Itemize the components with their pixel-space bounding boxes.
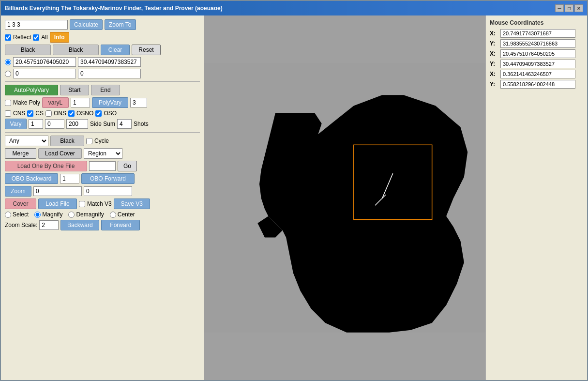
go-button[interactable]: Go [118,161,137,171]
load-one-by-one-button[interactable]: Load One By One File [5,161,87,171]
title-bar: Billiards Everything The Tokarsky-Marino… [1,1,587,15]
forward-button[interactable]: Forward [101,220,140,230]
load-one-row: Load One By One File Go [5,161,200,171]
magnify-radio-item: Magnify [34,211,62,218]
coord-radio2[interactable] [5,71,11,77]
demagnify-radio-item: Demagnify [68,211,104,218]
cs-label: CS [35,110,44,117]
coord-y2-input[interactable] [78,69,141,78]
y2-axis-label: Y: [490,61,498,67]
reflect-checkbox[interactable] [5,34,11,41]
reset-button[interactable]: Reset [132,45,161,55]
make-poly-checkbox[interactable] [5,100,11,106]
load-cover-button[interactable]: Load Cover [38,148,82,159]
window-body: Calculate Zoom To Reflect All Info Black… [1,15,587,380]
coord-x1-input[interactable] [13,57,76,67]
center-radio[interactable] [110,212,116,218]
zoom-button[interactable]: Zoom [5,186,31,197]
all-checkbox[interactable] [33,34,39,41]
main-input[interactable] [5,20,68,30]
mouse-y3-input[interactable] [500,80,575,89]
vary-l-button[interactable]: varyL [42,97,69,108]
zoom-val2-input[interactable] [84,186,132,196]
checkbox-row: CNS CS ONS OSNO OSO [5,110,200,117]
make-poly-row: Make Poly varyL PolyVary [5,97,200,108]
coord-radio1[interactable] [5,59,11,65]
mouse-y1-input[interactable] [500,39,575,48]
black1-button[interactable]: Black [5,45,51,55]
cns-label: CNS [13,110,25,117]
save-v3-button[interactable]: Save V3 [114,198,150,209]
vary-val1-input[interactable] [29,119,43,129]
billiard-canvas-svg [204,15,485,380]
center-radio-item: Center [110,211,135,218]
main-window: Billiards Everything The Tokarsky-Marino… [0,0,588,381]
all-label: All [41,34,47,41]
mouse-x1-row: X: [490,29,583,38]
close-button[interactable]: ✕ [574,4,583,12]
obo-n-input[interactable] [60,174,79,183]
poly-vary-input[interactable] [71,98,90,107]
end-button[interactable]: End [91,85,120,95]
minimize-button[interactable]: ─ [555,4,564,12]
left-panel: Calculate Zoom To Reflect All Info Black… [1,15,204,380]
mouse-x3-input[interactable] [500,70,575,78]
zoom-scale-input[interactable] [39,220,59,230]
cover-button[interactable]: Cover [5,198,36,209]
match-v3-label: Match V3 [87,200,112,207]
vary-val2-input[interactable] [45,119,64,129]
demagnify-radio[interactable] [68,212,75,218]
coord-x2-input[interactable] [13,69,76,78]
reflect-label: Reflect [13,34,31,41]
line-input[interactable] [89,161,116,171]
osno-checkbox[interactable] [68,110,75,117]
oso-label: OSO [104,110,117,117]
auto-poly-vary-button[interactable]: AutoPolyVary [5,85,58,95]
region-dropdown[interactable]: Region [84,148,122,159]
obo-backward-button[interactable]: OBO Backward [5,173,58,184]
separator1 [5,81,200,82]
merge-button[interactable]: Merge [5,148,36,159]
obo-row: OBO Backward OBO Forward [5,173,200,184]
start-button[interactable]: Start [60,85,89,95]
mouse-x3-row: X: [490,70,583,78]
backward-button[interactable]: Backward [60,220,99,230]
oso-checkbox[interactable] [95,110,102,117]
cycle-checkbox[interactable] [86,138,92,144]
match-v3-checkbox[interactable] [79,201,85,207]
mouse-y2-input[interactable] [500,60,575,68]
coord-y1-input[interactable] [78,57,141,67]
poly-vary-n-input[interactable] [130,98,147,107]
center-label: Center [118,211,135,218]
main-canvas[interactable] [204,15,485,380]
cs-checkbox[interactable] [27,110,33,117]
mouse-x1-input[interactable] [500,29,575,38]
zoom-val1-input[interactable] [33,186,82,196]
info-button[interactable]: Info [50,32,69,43]
vary-button[interactable]: Vary [5,119,27,129]
demagnify-label: Demagnify [76,211,104,218]
vary-val3-input[interactable] [66,119,88,129]
toolbar-row: Calculate Zoom To [5,19,200,30]
coord-row1 [5,57,200,67]
mouse-x2-input[interactable] [500,49,575,58]
clear-button[interactable]: Clear [101,45,130,55]
poly-vary-button[interactable]: PolyVary [92,97,128,108]
load-file-button[interactable]: Load File [38,198,77,209]
select-radio[interactable] [5,212,11,218]
obo-forward-button[interactable]: OBO Forward [81,173,135,184]
magnify-radio[interactable] [34,212,41,218]
calculate-button[interactable]: Calculate [70,19,103,30]
cns-checkbox[interactable] [5,110,11,117]
zoom-to-button[interactable]: Zoom To [105,19,136,30]
x3-axis-label: X: [490,71,498,77]
black3-button[interactable]: Black [50,136,84,146]
coord-row2 [5,69,200,78]
maximize-button[interactable]: □ [565,4,573,12]
ons-checkbox[interactable] [45,110,52,117]
select-label: Select [13,211,29,218]
side-sum-input[interactable] [117,119,132,129]
any-dropdown[interactable]: Any [5,136,48,146]
black2-button[interactable]: Black [53,45,99,55]
window-controls: ─ □ ✕ [555,4,583,12]
